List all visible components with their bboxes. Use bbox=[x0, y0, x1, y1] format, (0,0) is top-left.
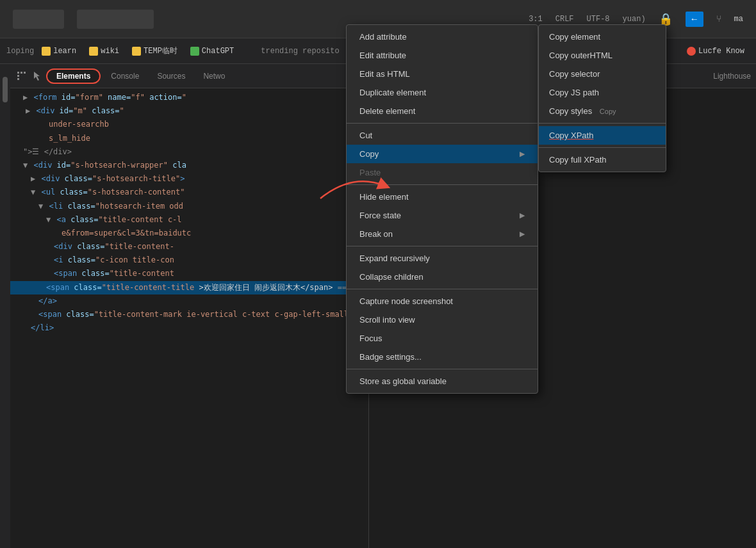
menu-edit-as-html[interactable]: Edit as HTML bbox=[347, 65, 538, 83]
lighthouse-tab[interactable]: Lighthouse bbox=[713, 72, 751, 81]
tree-line[interactable]: ▶ <form id="form" name="f" action=" bbox=[10, 91, 368, 104]
tree-line[interactable]: <span class="title-content-mark ie-verti… bbox=[10, 308, 368, 321]
tree-line[interactable]: ▼ <a class="title-content c-l bbox=[10, 213, 368, 227]
tab-elements[interactable]: Elements bbox=[46, 68, 101, 84]
menu-copy[interactable]: Copy ▶ bbox=[347, 145, 538, 163]
bookmark-label-temp: TEMP临时 bbox=[144, 45, 177, 56]
bookmark-partial-left: loping bbox=[6, 47, 34, 56]
break-on-arrow-icon: ▶ bbox=[520, 230, 525, 238]
scroll-indicator[interactable] bbox=[0, 64, 10, 548]
tree-line[interactable]: ▶ <div class="s-hotsearch-title"> bbox=[10, 172, 368, 186]
bookmark-wiki[interactable]: wiki bbox=[84, 45, 124, 58]
menu-cut[interactable]: Cut bbox=[347, 126, 538, 145]
triangle-icon[interactable]: ▼ bbox=[23, 161, 28, 170]
status-encoding: UTF-8 bbox=[587, 15, 610, 24]
tree-line[interactable]: <i class="c-icon title-con bbox=[10, 254, 368, 267]
selected-tree-line[interactable]: <span class="title-content-title >欢迎回家住日… bbox=[10, 281, 368, 294]
menu-badge-settings[interactable]: Badge settings... bbox=[347, 348, 538, 366]
submenu-separator2 bbox=[539, 147, 666, 148]
menu-capture-screenshot[interactable]: Capture node screenshot bbox=[347, 292, 538, 310]
top-bar-box2 bbox=[77, 10, 154, 29]
svg-rect-3 bbox=[21, 72, 22, 74]
submenu-copy-full-xpath[interactable]: Copy full XPath bbox=[539, 150, 666, 169]
copy-styles-suffix: Copy bbox=[600, 108, 616, 115]
submenu-separator bbox=[539, 123, 666, 124]
tree-line: e&from=super&cl=3&tn=baidutc bbox=[10, 227, 368, 240]
svg-rect-0 bbox=[17, 72, 19, 74]
status-position: 3:1 bbox=[529, 15, 543, 24]
bookmark-learn[interactable]: learn bbox=[37, 45, 81, 58]
blue-arrow-icon[interactable]: ← bbox=[686, 12, 703, 27]
menu-add-attribute[interactable]: Add attribute bbox=[347, 28, 538, 46]
triangle-icon[interactable]: ▶ bbox=[26, 106, 30, 115]
bookmark-icon-learn bbox=[42, 47, 51, 56]
triangle-icon[interactable]: ▼ bbox=[31, 188, 35, 197]
triangle-icon[interactable]: ▼ bbox=[46, 215, 51, 224]
separator5 bbox=[347, 369, 538, 369]
tree-line[interactable]: ▶ <div id="m" class=" bbox=[10, 104, 368, 118]
status-yuan: yuan) bbox=[623, 15, 646, 24]
tree-line: ">☰ </div> bbox=[10, 145, 368, 159]
tree-line[interactable]: <div class="title-content- bbox=[10, 240, 368, 254]
tree-line[interactable]: ▼ <ul class="s-hotsearch-content" bbox=[10, 186, 368, 199]
bookmark-icon-chatgpt bbox=[190, 47, 199, 56]
menu-collapse-children[interactable]: Collapse children bbox=[347, 268, 538, 286]
copy-arrow-icon: ▶ bbox=[520, 150, 525, 158]
triangle-icon[interactable]: ▼ bbox=[38, 202, 43, 211]
bookmark-label-wiki: wiki bbox=[101, 47, 119, 56]
submenu-copy-outerhtml[interactable]: Copy outerHTML bbox=[539, 46, 666, 65]
triangle-icon[interactable]: ▶ bbox=[23, 93, 28, 102]
submenu-copy-element[interactable]: Copy element bbox=[539, 28, 666, 46]
menu-focus[interactable]: Focus bbox=[347, 329, 538, 348]
separator3 bbox=[347, 246, 538, 246]
devtools-tabs: Elements Console Sources Netwo bbox=[10, 64, 368, 88]
bookmark-icon-wiki bbox=[89, 47, 98, 56]
bookmark-lucfe[interactable]: Lucfe Know bbox=[682, 45, 750, 58]
submenu-copy-selector[interactable]: Copy selector bbox=[539, 65, 666, 83]
tree-line: under-searchb bbox=[10, 118, 368, 131]
tree-line[interactable]: ▼ <li class="hotsearch-item odd bbox=[10, 200, 368, 213]
status-crlf: CRLF bbox=[555, 15, 574, 24]
separator4 bbox=[347, 289, 538, 289]
branch-icon: ⑂ bbox=[716, 14, 721, 24]
bookmark-temp[interactable]: TEMP临时 bbox=[127, 44, 183, 58]
menu-paste: Paste bbox=[347, 163, 538, 182]
bookmark-chatgpt[interactable]: ChatGPT bbox=[185, 45, 239, 58]
bookmark-label-lucfe: Lucfe Know bbox=[698, 47, 744, 56]
context-menu: Add attribute Edit attribute Edit as HTM… bbox=[346, 24, 538, 394]
tree-line: s_lm_hide bbox=[10, 132, 368, 145]
menu-scroll-into-view[interactable]: Scroll into view bbox=[347, 310, 538, 329]
tree-line[interactable]: </li> bbox=[10, 321, 368, 335]
tab-sources[interactable]: Sources bbox=[149, 69, 193, 83]
tab-network[interactable]: Netwo bbox=[195, 69, 233, 83]
tree-line[interactable]: ▼ <div id="s-hotsearch-wrapper" cla bbox=[10, 159, 368, 172]
svg-rect-4 bbox=[24, 72, 26, 74]
tab-console[interactable]: Console bbox=[103, 69, 147, 83]
bookmark-label-learn: learn bbox=[53, 47, 76, 56]
separator1 bbox=[347, 123, 538, 124]
svg-rect-2 bbox=[17, 78, 19, 80]
bookmark-label-chatgpt: ChatGPT bbox=[202, 47, 234, 56]
bookmark-icon-temp bbox=[132, 47, 141, 56]
separator2 bbox=[347, 184, 538, 185]
copy-submenu: Copy element Copy outerHTML Copy selecto… bbox=[538, 24, 666, 172]
scroll-thumb[interactable] bbox=[3, 77, 8, 102]
menu-hide-element[interactable]: Hide element bbox=[347, 188, 538, 206]
inspect-icon[interactable] bbox=[15, 70, 28, 83]
submenu-copy-xpath[interactable]: Copy XPath bbox=[539, 126, 666, 145]
menu-store-global[interactable]: Store as global variable bbox=[347, 372, 538, 391]
triangle-icon[interactable]: ▶ bbox=[31, 174, 35, 183]
menu-force-state[interactable]: Force state ▶ bbox=[347, 206, 538, 225]
tree-line[interactable]: <span class="title-content bbox=[10, 267, 368, 280]
tree-line[interactable]: </a> bbox=[10, 294, 368, 308]
menu-edit-attribute[interactable]: Edit attribute bbox=[347, 46, 538, 65]
top-bar-box1 bbox=[13, 10, 64, 29]
submenu-copy-styles[interactable]: Copy styles Copy bbox=[539, 102, 666, 120]
menu-duplicate-element[interactable]: Duplicate element bbox=[347, 83, 538, 102]
pointer-icon[interactable] bbox=[31, 70, 44, 83]
elements-content[interactable]: ▶ <form id="form" name="f" action=" ▶ <d… bbox=[10, 88, 368, 548]
menu-break-on[interactable]: Break on ▶ bbox=[347, 225, 538, 243]
menu-expand-recursively[interactable]: Expand recursively bbox=[347, 249, 538, 268]
submenu-copy-js-path[interactable]: Copy JS path bbox=[539, 83, 666, 102]
menu-delete-element[interactable]: Delete element bbox=[347, 102, 538, 120]
